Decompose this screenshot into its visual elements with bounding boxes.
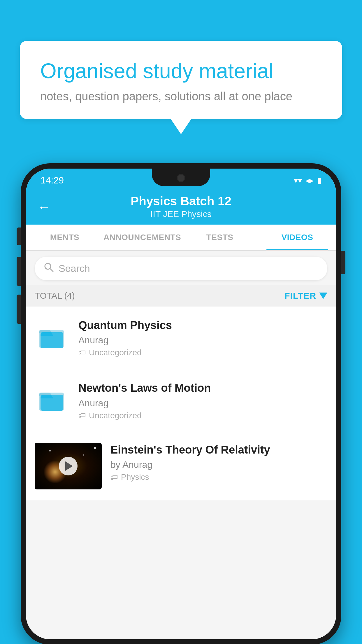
- list-item[interactable]: Quantum Physics Anurag 🏷 Uncategorized: [26, 307, 336, 369]
- search-placeholder: Search: [59, 263, 90, 274]
- tag-icon: 🏷: [110, 473, 118, 482]
- phone-notch: [152, 169, 210, 186]
- video-author: Anurag: [78, 398, 327, 409]
- phone-screen: 14:29 ▾▾ ◂▸ ▮ ← Physics Batch 12 IIT JEE…: [26, 169, 336, 639]
- filter-button[interactable]: FILTER: [284, 291, 327, 301]
- phone-frame: 14:29 ▾▾ ◂▸ ▮ ← Physics Batch 12 IIT JEE…: [21, 163, 341, 644]
- video-tag: 🏷 Uncategorized: [78, 411, 327, 420]
- list-item[interactable]: Einstein's Theory Of Relativity by Anura…: [26, 432, 336, 500]
- page-title: Physics Batch 12: [131, 195, 231, 207]
- video-tag: 🏷 Physics: [110, 473, 327, 482]
- wifi-icon: ▾▾: [294, 176, 302, 185]
- video-info: Einstein's Theory Of Relativity by Anura…: [110, 443, 327, 482]
- svg-line-1: [50, 268, 53, 272]
- video-info: Quantum Physics Anurag 🏷 Uncategorized: [78, 318, 327, 357]
- tab-ments[interactable]: MENTS: [26, 225, 103, 250]
- filter-icon: [319, 293, 327, 299]
- video-author: by Anurag: [110, 459, 327, 470]
- tag-icon: 🏷: [78, 348, 86, 357]
- search-icon: [43, 262, 54, 275]
- video-title: Einstein's Theory Of Relativity: [110, 443, 327, 457]
- total-count: TOTAL (4): [35, 291, 75, 301]
- speech-bubble-section: Organised study material notes, question…: [20, 41, 342, 119]
- header-tags: IIT JEE Physics: [150, 209, 212, 219]
- filter-bar: TOTAL (4) FILTER: [26, 285, 336, 307]
- list-item[interactable]: Newton's Laws of Motion Anurag 🏷 Uncateg…: [26, 369, 336, 432]
- video-title: Newton's Laws of Motion: [78, 381, 327, 395]
- back-button[interactable]: ←: [38, 200, 50, 214]
- signal-icon: ◂▸: [305, 176, 314, 185]
- folder-icon: [38, 384, 67, 413]
- video-thumbnail: [35, 443, 102, 489]
- battery-icon: ▮: [317, 176, 321, 185]
- power-button: [17, 228, 21, 245]
- tab-announcements[interactable]: ANNOUNCEMENTS: [103, 225, 181, 250]
- status-time: 14:29: [41, 175, 64, 186]
- tab-tests[interactable]: TESTS: [181, 225, 259, 250]
- tabs-bar: MENTS ANNOUNCEMENTS TESTS VIDEOS: [26, 225, 336, 251]
- play-button[interactable]: [59, 457, 78, 475]
- folder-thumbnail: [35, 381, 70, 416]
- search-bar[interactable]: Search: [35, 257, 327, 280]
- bubble-title: Organised study material: [40, 58, 322, 83]
- front-camera: [177, 174, 185, 182]
- bubble-subtitle: notes, question papers, solutions all at…: [40, 90, 322, 103]
- tab-videos[interactable]: VIDEOS: [259, 225, 336, 250]
- video-info: Newton's Laws of Motion Anurag 🏷 Uncateg…: [78, 381, 327, 420]
- volume-button-right: [341, 251, 345, 274]
- app-header: ← Physics Batch 12 IIT JEE Physics: [26, 190, 336, 225]
- tag-icon: 🏷: [78, 411, 86, 420]
- video-author: Anurag: [78, 335, 327, 346]
- speech-bubble-card: Organised study material notes, question…: [20, 41, 342, 119]
- video-tag: 🏷 Uncategorized: [78, 348, 327, 357]
- folder-thumbnail: [35, 318, 70, 353]
- folder-icon: [38, 321, 67, 350]
- video-list: Quantum Physics Anurag 🏷 Uncategorized: [26, 307, 336, 500]
- content-area: Search TOTAL (4) FILTER: [26, 251, 336, 639]
- video-title: Quantum Physics: [78, 318, 327, 332]
- status-icons: ▾▾ ◂▸ ▮: [294, 176, 321, 185]
- volume-up-button: [17, 257, 21, 286]
- volume-down-button: [17, 295, 21, 324]
- play-icon: [65, 461, 73, 471]
